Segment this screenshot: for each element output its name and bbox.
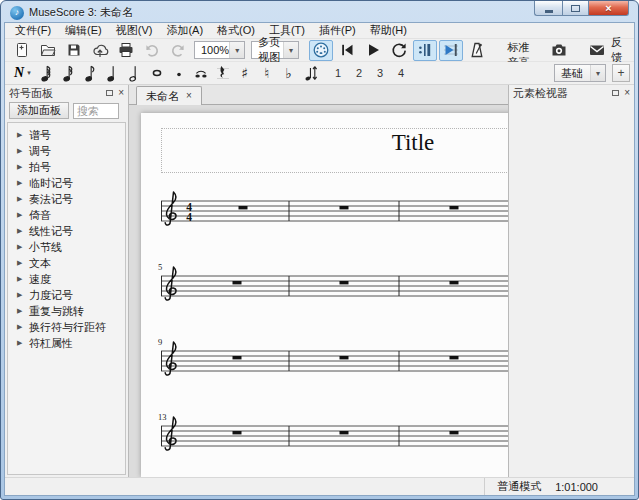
feedback-button[interactable]: 反馈 (580, 40, 630, 60)
palette-item-dynamics[interactable]: ▶力度记号 (8, 287, 125, 303)
expand-arrow-icon[interactable]: ▶ (17, 291, 29, 299)
flat-button[interactable]: ♭ (278, 63, 300, 84)
palette-item-grace-notes[interactable]: ▶倚音 (8, 207, 125, 223)
note-16th-button[interactable] (58, 63, 80, 84)
float-panel-icon[interactable] (612, 90, 619, 96)
zoom-select[interactable]: 100% ▾ (194, 41, 245, 59)
chevron-down-icon[interactable]: ▾ (590, 65, 605, 81)
palette-item-clefs[interactable]: ▶谱号 (8, 127, 125, 143)
score-page[interactable]: Title 445913 (141, 113, 508, 477)
redo-button[interactable] (166, 40, 190, 61)
maximize-button[interactable] (562, 1, 589, 16)
chevron-down-icon[interactable]: ▾ (283, 42, 298, 58)
voice-3-button[interactable]: 3 (372, 65, 389, 82)
palette-item-key-signatures[interactable]: ▶调号 (8, 143, 125, 159)
palette-item-lines[interactable]: ▶线性记号 (8, 223, 125, 239)
expand-arrow-icon[interactable]: ▶ (17, 211, 29, 219)
image-capture-button[interactable] (549, 40, 569, 61)
menu-plugins[interactable]: 插件(P) (312, 22, 363, 39)
open-file-icon (39, 41, 57, 59)
palette-search-input[interactable] (73, 103, 119, 119)
expand-arrow-icon[interactable]: ▶ (17, 243, 29, 251)
menu-file[interactable]: 文件(F) (8, 22, 58, 39)
score-canvas[interactable]: Title 445913 (129, 105, 508, 477)
augmentation-dot-button[interactable] (168, 63, 190, 84)
palette-item-breaks-spacers[interactable]: ▶换行符与行距符 (8, 319, 125, 335)
palette-item-text[interactable]: ▶文本 (8, 255, 125, 271)
expand-arrow-icon[interactable]: ▶ (17, 131, 29, 139)
close-panel-icon[interactable]: × (624, 88, 630, 98)
expand-arrow-icon[interactable]: ▶ (17, 275, 29, 283)
expand-arrow-icon[interactable]: ▶ (17, 307, 29, 315)
note-quarter-button[interactable] (102, 63, 124, 84)
tab-close-icon[interactable]: × (186, 91, 192, 101)
palette-item-beam-properties[interactable]: ▶符杠属性 (8, 335, 125, 351)
expand-arrow-icon[interactable]: ▶ (17, 195, 29, 203)
menu-format[interactable]: 格式(O) (210, 22, 262, 39)
palette-item-articulations[interactable]: ▶奏法记号 (8, 191, 125, 207)
expand-arrow-icon[interactable]: ▶ (17, 227, 29, 235)
menu-help[interactable]: 帮助(H) (363, 22, 414, 39)
save-button[interactable] (62, 40, 86, 61)
menu-view[interactable]: 视图(V) (109, 22, 160, 39)
palette-item-label: 奏法记号 (29, 192, 73, 207)
expand-arrow-icon[interactable]: ▶ (17, 339, 29, 347)
title-frame[interactable]: Title (161, 128, 508, 173)
menu-add[interactable]: 添加(A) (159, 22, 210, 39)
expand-arrow-icon[interactable]: ▶ (17, 163, 29, 171)
natural-button[interactable]: ♮ (256, 63, 278, 84)
voice-4-button[interactable]: 4 (393, 65, 410, 82)
voice-1-button[interactable]: 1 (330, 65, 347, 82)
sharp-button[interactable]: ♯ (234, 63, 256, 84)
midi-input-button[interactable] (309, 40, 333, 61)
rewind-button[interactable] (335, 40, 359, 61)
svg-text:13: 13 (158, 412, 167, 422)
score-title[interactable]: Title (392, 130, 435, 156)
concert-pitch-button[interactable]: 标准音高 (498, 40, 539, 60)
pan-playback-button[interactable] (439, 40, 463, 61)
view-mode-select[interactable]: 多页视图 ▾ (251, 41, 299, 59)
titlebar[interactable]: ♪ MuseScore 3: 未命名 × (4, 1, 635, 22)
flip-direction-button[interactable] (300, 63, 322, 84)
expand-arrow-icon[interactable]: ▶ (17, 323, 29, 331)
palette-item-time-signatures[interactable]: ▶拍号 (8, 159, 125, 175)
note-eighth-button[interactable] (80, 63, 102, 84)
tab-untitled[interactable]: 未命名 × (136, 86, 202, 105)
augmentation-dot-icon (172, 63, 186, 83)
minimize-button[interactable] (534, 1, 562, 16)
palette-item-tempo[interactable]: ▶速度 (8, 271, 125, 287)
close-panel-icon[interactable]: × (118, 88, 124, 98)
expand-arrow-icon[interactable]: ▶ (17, 259, 29, 267)
add-workspace-button[interactable]: + (612, 64, 630, 82)
repeat-playback-button[interactable] (413, 40, 437, 61)
new-score-button[interactable] (10, 40, 34, 61)
workspace-select[interactable]: 基础 ▾ (554, 64, 606, 82)
voice-2-button[interactable]: 2 (351, 65, 368, 82)
add-palettes-button[interactable]: 添加面板 (9, 102, 69, 119)
palette-item-repeats-jumps[interactable]: ▶重复与跳转 (8, 303, 125, 319)
open-file-button[interactable] (36, 40, 60, 61)
play-button[interactable] (361, 40, 385, 61)
loop-playback-button[interactable] (387, 40, 411, 61)
chevron-down-icon[interactable]: ▾ (229, 42, 244, 58)
menu-edit[interactable]: 编辑(E) (58, 22, 109, 39)
float-panel-icon[interactable] (106, 90, 113, 96)
rest-button[interactable] (212, 63, 234, 84)
palette-item-label: 文本 (29, 256, 51, 271)
close-button[interactable]: × (589, 1, 629, 16)
note-32nd-button[interactable] (36, 63, 58, 84)
metronome-button[interactable] (465, 40, 489, 61)
note-input-button[interactable]: N ▾ (9, 63, 36, 84)
palette-item-label: 拍号 (29, 160, 51, 175)
print-button[interactable] (114, 40, 138, 61)
palette-item-accidentals[interactable]: ▶临时记号 (8, 175, 125, 191)
expand-arrow-icon[interactable]: ▶ (17, 147, 29, 155)
tie-button[interactable] (190, 63, 212, 84)
undo-button[interactable] (140, 40, 164, 61)
cloud-save-button[interactable] (88, 40, 112, 61)
note-half-button[interactable] (124, 63, 146, 84)
cloud-save-icon (91, 41, 109, 59)
palette-item-barlines[interactable]: ▶小节线 (8, 239, 125, 255)
expand-arrow-icon[interactable]: ▶ (17, 179, 29, 187)
note-whole-button[interactable] (146, 63, 168, 84)
